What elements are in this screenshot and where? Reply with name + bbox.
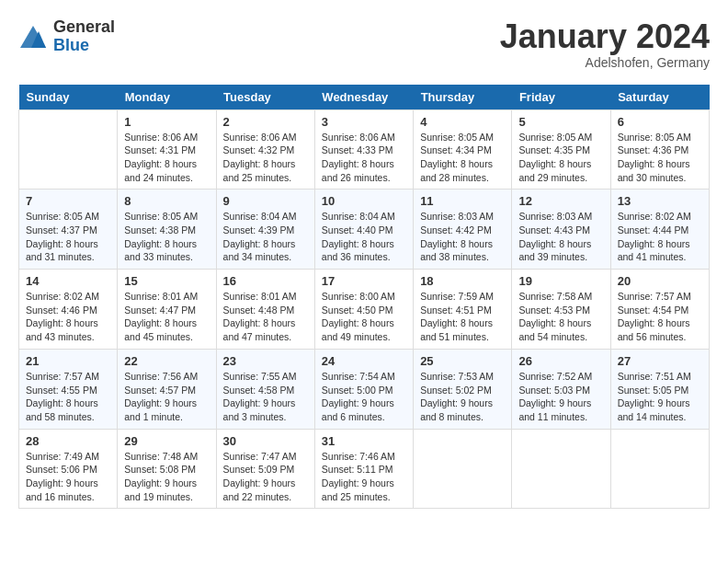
day-number: 24 — [322, 354, 406, 368]
calendar-cell — [19, 109, 118, 190]
calendar-cell: 23Sunrise: 7:55 AMSunset: 4:58 PMDayligh… — [216, 349, 314, 429]
calendar-cell: 27Sunrise: 7:51 AMSunset: 5:05 PMDayligh… — [610, 349, 709, 429]
cell-content: Sunrise: 8:03 AMSunset: 4:42 PMDaylight:… — [420, 210, 505, 264]
cell-content: Sunrise: 7:46 AMSunset: 5:11 PMDaylight:… — [322, 450, 406, 504]
day-number: 16 — [223, 274, 308, 288]
day-number: 18 — [420, 274, 505, 288]
calendar-cell: 22Sunrise: 7:56 AMSunset: 4:57 PMDayligh… — [118, 349, 216, 429]
day-number: 25 — [420, 354, 505, 368]
day-number: 21 — [26, 354, 110, 368]
day-number: 15 — [124, 274, 209, 288]
calendar-cell — [610, 429, 709, 509]
week-row-2: 7Sunrise: 8:05 AMSunset: 4:37 PMDaylight… — [19, 190, 710, 270]
week-row-1: 1Sunrise: 8:06 AMSunset: 4:31 PMDaylight… — [19, 109, 710, 190]
cell-content: Sunrise: 7:55 AMSunset: 4:58 PMDaylight:… — [223, 370, 308, 424]
cell-content: Sunrise: 7:54 AMSunset: 5:00 PMDaylight:… — [322, 370, 406, 424]
header-row: SundayMondayTuesdayWednesdayThursdayFrid… — [19, 85, 710, 110]
week-row-3: 14Sunrise: 8:02 AMSunset: 4:46 PMDayligh… — [19, 270, 710, 350]
day-number: 26 — [518, 354, 603, 368]
cell-content: Sunrise: 7:58 AMSunset: 4:53 PMDaylight:… — [518, 290, 603, 344]
calendar-cell: 20Sunrise: 7:57 AMSunset: 4:54 PMDayligh… — [610, 270, 709, 350]
day-number: 19 — [518, 274, 603, 288]
calendar-cell: 18Sunrise: 7:59 AMSunset: 4:51 PMDayligh… — [414, 270, 512, 350]
day-number: 20 — [618, 274, 702, 288]
calendar-cell: 10Sunrise: 8:04 AMSunset: 4:40 PMDayligh… — [314, 190, 413, 270]
location: Adelshofen, Germany — [500, 55, 710, 70]
cell-content: Sunrise: 7:48 AMSunset: 5:08 PMDaylight:… — [124, 450, 209, 504]
cell-content: Sunrise: 8:05 AMSunset: 4:36 PMDaylight:… — [618, 131, 702, 185]
column-header-tuesday: Tuesday — [216, 85, 314, 110]
cell-content: Sunrise: 7:56 AMSunset: 4:57 PMDaylight:… — [124, 370, 209, 424]
calendar-cell: 25Sunrise: 7:53 AMSunset: 5:02 PMDayligh… — [414, 349, 512, 429]
calendar-cell: 9Sunrise: 8:04 AMSunset: 4:39 PMDaylight… — [216, 190, 314, 270]
day-number: 4 — [420, 115, 505, 129]
calendar-cell: 19Sunrise: 7:58 AMSunset: 4:53 PMDayligh… — [512, 270, 610, 350]
logo-text: General Blue — [53, 18, 115, 55]
calendar-cell: 14Sunrise: 8:02 AMSunset: 4:46 PMDayligh… — [19, 270, 118, 350]
cell-content: Sunrise: 7:51 AMSunset: 5:05 PMDaylight:… — [618, 370, 702, 424]
calendar-cell: 8Sunrise: 8:05 AMSunset: 4:38 PMDaylight… — [118, 190, 216, 270]
day-number: 17 — [322, 274, 406, 288]
column-header-sunday: Sunday — [19, 85, 118, 110]
cell-content: Sunrise: 8:04 AMSunset: 4:39 PMDaylight:… — [223, 210, 308, 264]
week-row-4: 21Sunrise: 7:57 AMSunset: 4:55 PMDayligh… — [19, 349, 710, 429]
cell-content: Sunrise: 8:00 AMSunset: 4:50 PMDaylight:… — [322, 290, 406, 344]
logo-blue-label: Blue — [53, 37, 115, 55]
calendar-cell: 2Sunrise: 8:06 AMSunset: 4:32 PMDaylight… — [216, 109, 314, 190]
column-header-thursday: Thursday — [414, 85, 512, 110]
logo-icon — [18, 24, 48, 50]
cell-content: Sunrise: 7:49 AMSunset: 5:06 PMDaylight:… — [26, 450, 110, 504]
cell-content: Sunrise: 8:06 AMSunset: 4:33 PMDaylight:… — [322, 131, 406, 185]
cell-content: Sunrise: 7:59 AMSunset: 4:51 PMDaylight:… — [420, 290, 505, 344]
column-header-monday: Monday — [118, 85, 216, 110]
day-number: 1 — [124, 115, 209, 129]
cell-content: Sunrise: 8:05 AMSunset: 4:34 PMDaylight:… — [420, 131, 505, 185]
calendar-table: SundayMondayTuesdayWednesdayThursdayFrid… — [18, 85, 710, 510]
calendar-cell: 1Sunrise: 8:06 AMSunset: 4:31 PMDaylight… — [118, 109, 216, 190]
calendar-cell: 7Sunrise: 8:05 AMSunset: 4:37 PMDaylight… — [19, 190, 118, 270]
cell-content: Sunrise: 7:57 AMSunset: 4:55 PMDaylight:… — [26, 370, 110, 424]
cell-content: Sunrise: 8:01 AMSunset: 4:47 PMDaylight:… — [124, 290, 209, 344]
cell-content: Sunrise: 8:04 AMSunset: 4:40 PMDaylight:… — [322, 210, 406, 264]
cell-content: Sunrise: 8:05 AMSunset: 4:35 PMDaylight:… — [518, 131, 603, 185]
cell-content: Sunrise: 8:06 AMSunset: 4:31 PMDaylight:… — [124, 131, 209, 185]
calendar-cell: 28Sunrise: 7:49 AMSunset: 5:06 PMDayligh… — [19, 429, 118, 509]
day-number: 12 — [518, 194, 603, 208]
logo: General Blue — [18, 18, 115, 55]
cell-content: Sunrise: 7:52 AMSunset: 5:03 PMDaylight:… — [518, 370, 603, 424]
month-title: January 2024 — [500, 18, 710, 55]
calendar-cell: 26Sunrise: 7:52 AMSunset: 5:03 PMDayligh… — [512, 349, 610, 429]
day-number: 31 — [322, 434, 406, 448]
cell-content: Sunrise: 8:05 AMSunset: 4:37 PMDaylight:… — [26, 210, 110, 264]
week-row-5: 28Sunrise: 7:49 AMSunset: 5:06 PMDayligh… — [19, 429, 710, 509]
calendar-cell — [414, 429, 512, 509]
day-number: 7 — [26, 194, 110, 208]
day-number: 3 — [322, 115, 406, 129]
day-number: 30 — [223, 434, 308, 448]
day-number: 10 — [322, 194, 406, 208]
calendar-cell: 24Sunrise: 7:54 AMSunset: 5:00 PMDayligh… — [314, 349, 413, 429]
column-header-wednesday: Wednesday — [314, 85, 413, 110]
calendar-cell — [512, 429, 610, 509]
day-number: 29 — [124, 434, 209, 448]
calendar-cell: 16Sunrise: 8:01 AMSunset: 4:48 PMDayligh… — [216, 270, 314, 350]
cell-content: Sunrise: 7:57 AMSunset: 4:54 PMDaylight:… — [618, 290, 702, 344]
calendar-cell: 4Sunrise: 8:05 AMSunset: 4:34 PMDaylight… — [414, 109, 512, 190]
title-block: January 2024 Adelshofen, Germany — [500, 18, 710, 70]
day-number: 8 — [124, 194, 209, 208]
cell-content: Sunrise: 7:47 AMSunset: 5:09 PMDaylight:… — [223, 450, 308, 504]
day-number: 14 — [26, 274, 110, 288]
logo-general-label: General — [53, 18, 115, 37]
cell-content: Sunrise: 8:06 AMSunset: 4:32 PMDaylight:… — [223, 131, 308, 185]
calendar-cell: 21Sunrise: 7:57 AMSunset: 4:55 PMDayligh… — [19, 349, 118, 429]
column-header-friday: Friday — [512, 85, 610, 110]
day-number: 23 — [223, 354, 308, 368]
calendar-cell: 11Sunrise: 8:03 AMSunset: 4:42 PMDayligh… — [414, 190, 512, 270]
cell-content: Sunrise: 8:01 AMSunset: 4:48 PMDaylight:… — [223, 290, 308, 344]
day-number: 22 — [124, 354, 209, 368]
cell-content: Sunrise: 8:05 AMSunset: 4:38 PMDaylight:… — [124, 210, 209, 264]
day-number: 6 — [618, 115, 702, 129]
cell-content: Sunrise: 8:02 AMSunset: 4:44 PMDaylight:… — [618, 210, 702, 264]
calendar-cell: 13Sunrise: 8:02 AMSunset: 4:44 PMDayligh… — [610, 190, 709, 270]
calendar-cell: 30Sunrise: 7:47 AMSunset: 5:09 PMDayligh… — [216, 429, 314, 509]
